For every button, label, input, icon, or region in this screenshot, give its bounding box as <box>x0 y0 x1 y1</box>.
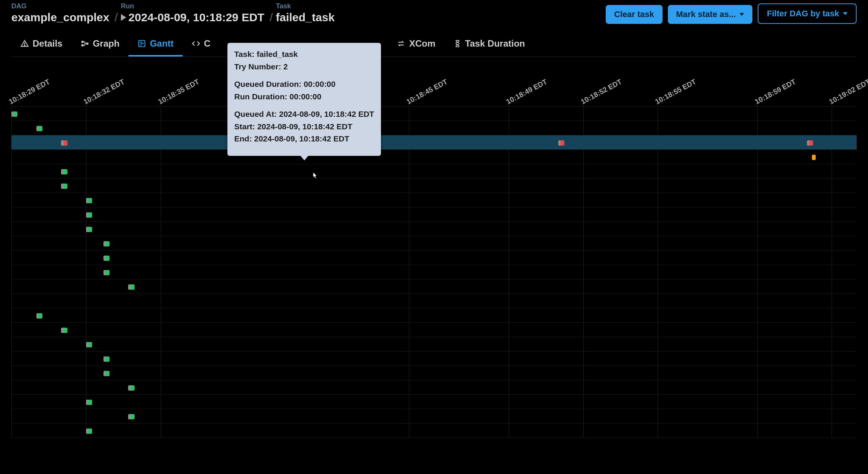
gantt-bar-run <box>64 140 67 146</box>
tab-code-label: C <box>204 38 210 49</box>
gantt-row[interactable] <box>11 135 857 150</box>
gantt-tooltip: Task: failed_task Try Number: 2 Queued D… <box>227 43 381 156</box>
gantt-row[interactable] <box>11 251 857 265</box>
gantt-bar[interactable] <box>11 111 17 117</box>
gantt-row[interactable] <box>11 380 857 395</box>
gantt-row[interactable] <box>11 236 857 251</box>
gantt-bar[interactable] <box>36 313 42 319</box>
tab-gantt[interactable]: Gantt <box>128 35 183 57</box>
tab-graph-label: Graph <box>93 38 120 49</box>
gantt-bar[interactable] <box>61 328 67 333</box>
gantt-row[interactable] <box>11 265 857 279</box>
gantt-bar[interactable] <box>558 140 564 146</box>
gantt-bar-run <box>64 328 67 333</box>
breadcrumb-run-label: Run <box>121 2 265 10</box>
clear-task-button[interactable]: Clear task <box>606 5 662 24</box>
gantt-bar[interactable] <box>807 140 813 146</box>
gantt-chart: 10:18:29 EDT10:18:32 EDT10:18:35 EDT10:1… <box>11 64 857 438</box>
svg-rect-3 <box>81 44 84 47</box>
gantt-bar[interactable] <box>86 428 92 434</box>
gantt-row[interactable] <box>11 352 857 366</box>
filter-dag-button[interactable]: Filter DAG by task <box>758 3 857 24</box>
svg-rect-4 <box>86 42 88 45</box>
svg-point-1 <box>24 45 25 46</box>
tab-code[interactable]: C <box>183 35 213 57</box>
gantt-bar[interactable] <box>128 414 134 419</box>
gantt-row[interactable] <box>11 395 857 409</box>
tab-details-label: Details <box>33 38 63 49</box>
gantt-row[interactable] <box>11 366 857 380</box>
filter-dag-label: Filter DAG by task <box>767 9 839 19</box>
gantt-bar[interactable] <box>128 284 134 290</box>
breadcrumb-dag-label: DAG <box>11 2 109 10</box>
tab-gantt-label: Gantt <box>150 38 174 49</box>
gantt-bar[interactable] <box>103 241 110 246</box>
gantt-row[interactable] <box>11 323 857 337</box>
gantt-row[interactable] <box>11 207 857 222</box>
gantt-bar-run <box>561 140 564 146</box>
gantt-row[interactable] <box>11 337 857 352</box>
tab-xcom[interactable]: XCom <box>388 35 444 57</box>
gantt-row[interactable] <box>11 308 857 323</box>
gantt-row[interactable] <box>11 193 857 207</box>
gantt-row[interactable] <box>11 179 857 193</box>
breadcrumb-task-value[interactable]: failed_task <box>276 11 335 24</box>
chevron-down-icon <box>843 12 848 15</box>
gantt-bar[interactable] <box>36 126 42 131</box>
breadcrumb-run-value[interactable]: 2024-08-09, 10:18:29 EDT <box>121 11 265 24</box>
tab-details[interactable]: Details <box>11 35 72 57</box>
gantt-bar[interactable] <box>61 184 67 189</box>
time-tick: 10:19:02 EDT <box>828 78 868 106</box>
gantt-row[interactable] <box>11 121 857 135</box>
gantt-bar[interactable] <box>128 385 134 391</box>
gantt-bar[interactable] <box>61 169 67 174</box>
hourglass-icon <box>454 39 461 48</box>
time-tick: 10:18:55 EDT <box>654 78 698 106</box>
gantt-bar[interactable] <box>86 212 92 218</box>
gantt-bar[interactable] <box>86 198 92 203</box>
time-tick: 10:18:49 EDT <box>505 78 548 106</box>
gantt-bar[interactable] <box>103 356 110 362</box>
tooltip-queued-at: Queued At: 2024-08-09, 10:18:42 EDT <box>234 108 374 121</box>
gantt-bar[interactable] <box>103 256 110 261</box>
gantt-icon <box>138 39 146 48</box>
gantt-row[interactable] <box>11 150 857 164</box>
gantt-bar[interactable] <box>86 400 92 405</box>
gantt-row[interactable] <box>11 294 857 308</box>
tab-task-duration[interactable]: Task Duration <box>445 35 534 57</box>
time-tick: 10:18:45 EDT <box>405 78 449 106</box>
gantt-row[interactable] <box>11 279 857 294</box>
gantt-timeline: 10:18:29 EDT10:18:32 EDT10:18:35 EDT10:1… <box>11 64 857 106</box>
time-tick: 10:18:59 EDT <box>753 78 797 106</box>
breadcrumb-run: Run 2024-08-09, 10:18:29 EDT <box>121 2 265 24</box>
warning-triangle-icon <box>20 39 29 48</box>
gantt-bar[interactable] <box>86 227 92 232</box>
breadcrumb-dag-value[interactable]: example_complex <box>11 11 109 24</box>
gantt-bar-run <box>39 126 42 131</box>
gantt-bar-run <box>88 212 92 218</box>
gantt-bar[interactable] <box>812 155 816 160</box>
mark-state-button[interactable]: Mark state as... <box>668 5 753 24</box>
gantt-row[interactable] <box>11 222 857 236</box>
breadcrumb-separator: / <box>269 11 273 24</box>
gantt-bar[interactable] <box>103 270 110 275</box>
breadcrumb-separator: / <box>114 11 118 24</box>
gantt-bar-run <box>64 184 67 189</box>
gantt-row[interactable] <box>11 424 857 438</box>
gantt-bar[interactable] <box>103 371 110 376</box>
gantt-bar-run <box>39 313 42 319</box>
tooltip-try: Try Number: 2 <box>234 61 374 73</box>
tab-graph[interactable]: Graph <box>72 35 129 57</box>
gantt-bar[interactable] <box>61 140 67 146</box>
breadcrumb-task-label: Task <box>276 2 335 10</box>
gantt-bar[interactable] <box>86 342 92 347</box>
tooltip-arrow-icon <box>301 156 308 160</box>
gantt-bar-run <box>106 241 110 246</box>
tooltip-start: Start: 2024-08-09, 10:18:42 EDT <box>234 121 374 133</box>
gantt-bar-run <box>809 140 813 146</box>
gantt-row[interactable] <box>11 107 857 121</box>
gantt-row[interactable] <box>11 164 857 179</box>
gantt-row[interactable] <box>11 409 857 424</box>
header-row: DAG example_complex / Run 2024-08-09, 10… <box>11 0 857 28</box>
chevron-down-icon <box>740 13 744 16</box>
